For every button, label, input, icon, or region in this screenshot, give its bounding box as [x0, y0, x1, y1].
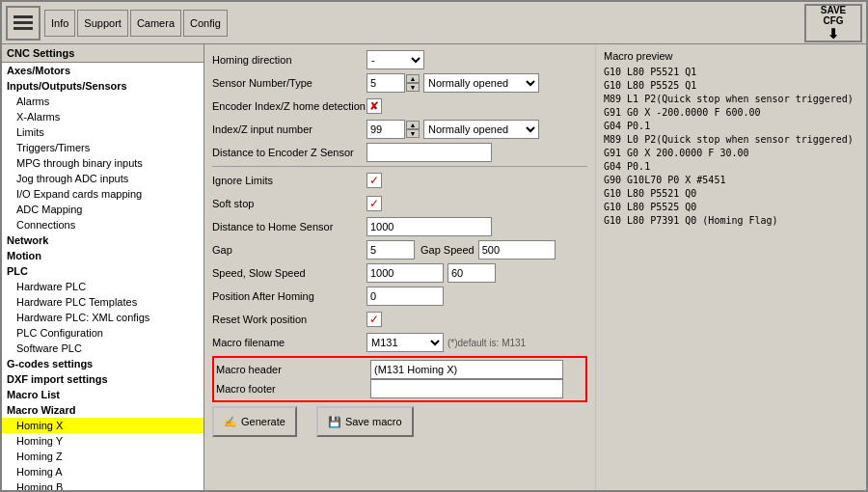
gap-input[interactable] — [366, 240, 415, 260]
macro-header-input[interactable] — [370, 360, 563, 379]
sidebar-item-plc[interactable]: PLC — [2, 263, 203, 279]
sidebar-item-homing-b[interactable]: Homing B — [2, 479, 203, 490]
sidebar-item-homing-y[interactable]: Homing Y — [2, 433, 203, 449]
ignore-limits-row: Ignore Limits ✓ — [212, 171, 587, 190]
sensor-number-input[interactable] — [366, 73, 405, 93]
soft-stop-label: Soft stop — [212, 198, 366, 209]
distance-home-row: Distance to Home Sensor — [212, 217, 587, 236]
macro-filename-label: Macro filename — [212, 337, 366, 348]
macro-footer-input[interactable] — [370, 379, 563, 398]
sidebar-item-motion[interactable]: Motion — [2, 248, 203, 263]
position-homing-label: Position After Homing — [212, 290, 366, 302]
sidebar-item-hardware-plc-xml[interactable]: Hardware PLC: XML configs — [2, 310, 203, 325]
generate-button[interactable]: ✍ Generate — [212, 406, 297, 437]
homing-direction-select[interactable]: - — [366, 50, 424, 69]
macro-filename-select[interactable]: M131 — [366, 333, 444, 352]
info-menu-btn[interactable]: Info — [44, 10, 75, 37]
sidebar-item-software-plc[interactable]: Software PLC — [2, 341, 203, 356]
sidebar-title: CNC Settings — [2, 44, 203, 63]
macro-preview-panel: Macro preview G10 L80 P5521 Q1G10 L80 P5… — [596, 44, 866, 490]
sidebar-item-homing-a[interactable]: Homing A — [2, 464, 203, 479]
sidebar-item-mpg[interactable]: MPG through binary inputs — [2, 155, 203, 171]
soft-stop-row: Soft stop ✓ — [212, 194, 587, 213]
config-menu-btn[interactable]: Config — [183, 10, 228, 37]
sidebar-item-alarms[interactable]: Alarms — [2, 94, 203, 109]
sidebar-item-limits[interactable]: Limits — [2, 124, 203, 140]
index-spin: ▲ ▼ — [366, 120, 420, 139]
index-input-label: Index/Z input number — [212, 123, 366, 135]
sidebar-item-x-alarms[interactable]: X-Alarms — [2, 109, 203, 124]
save-macro-button[interactable]: 💾 Save macro — [316, 406, 414, 437]
menu-button[interactable] — [6, 6, 41, 41]
gap-row: Gap Gap Speed — [212, 240, 587, 260]
sidebar: CNC Settings Axes/Motors Inputs/Outputs/… — [2, 44, 204, 490]
macro-header-row: Macro header — [216, 360, 583, 379]
index-type-select[interactable]: Normally opened Normally closed — [423, 120, 539, 139]
sidebar-item-inputs-outputs[interactable]: Inputs/Outputs/Sensors — [2, 78, 203, 94]
distance-encoder-label: Distance to Encoder Z Sensor — [212, 147, 366, 158]
sidebar-item-homing-z[interactable]: Homing Z — [2, 449, 203, 464]
position-homing-input[interactable] — [366, 287, 444, 306]
index-spin-down[interactable]: ▼ — [406, 129, 420, 138]
sidebar-item-jog[interactable]: Jog through ADC inputs — [2, 171, 203, 186]
soft-stop-checkbox[interactable]: ✓ — [366, 196, 382, 211]
save-macro-icon: 💾 — [328, 416, 341, 428]
camera-menu-btn[interactable]: Camera — [130, 10, 181, 37]
divider1 — [212, 166, 587, 167]
sidebar-item-adc-mapping[interactable]: ADC Mapping — [2, 202, 203, 217]
index-spin-up[interactable]: ▲ — [406, 121, 420, 129]
main-content: CNC Settings Axes/Motors Inputs/Outputs/… — [2, 44, 866, 490]
sidebar-item-hardware-plc[interactable]: Hardware PLC — [2, 279, 203, 294]
sensor-spin-btns: ▲ ▼ — [406, 74, 420, 92]
encoder-index-checkbox[interactable]: ✘ — [366, 98, 382, 114]
reset-work-label: Reset Work position — [212, 314, 366, 325]
sensor-number-label: Sensor Number/Type — [212, 77, 366, 89]
encoder-index-label: Encoder Index/Z home detection — [212, 100, 366, 112]
position-homing-row: Position After Homing — [212, 287, 587, 306]
sidebar-item-triggers[interactable]: Triggers/Timers — [2, 140, 203, 155]
ignore-limits-label: Ignore Limits — [212, 175, 366, 186]
reset-work-checkbox[interactable]: ✓ — [366, 312, 382, 327]
sidebar-item-axes-motors[interactable]: Axes/Motors — [2, 63, 203, 78]
macro-preview-title: Macro preview — [604, 50, 858, 62]
index-spin-btns: ▲ ▼ — [406, 121, 420, 138]
save-cfg-button[interactable]: SAVE CFG ⬇ — [804, 4, 862, 42]
action-buttons-row: ✍ Generate 💾 Save macro — [212, 406, 587, 437]
sidebar-item-hardware-plc-templates[interactable]: Hardware PLC Templates — [2, 294, 203, 310]
toolbar-menu: Info Support Camera Config — [44, 10, 228, 37]
sidebar-item-connections[interactable]: Connections — [2, 217, 203, 232]
sidebar-item-macro-wizard[interactable]: Macro Wizard — [2, 402, 203, 418]
toolbar-left: Info Support Camera Config — [6, 6, 228, 41]
toolbar: Info Support Camera Config SAVE CFG ⬇ — [2, 2, 866, 44]
sidebar-item-network[interactable]: Network — [2, 232, 203, 248]
sidebar-item-macro-list[interactable]: Macro List — [2, 387, 203, 402]
reset-work-row: Reset Work position ✓ — [212, 310, 587, 329]
sidebar-item-dxf[interactable]: DXF import settings — [2, 371, 203, 387]
gap-speed-input[interactable] — [478, 240, 556, 260]
ignore-limits-checkbox[interactable]: ✓ — [366, 173, 382, 188]
sidebar-item-gcodes[interactable]: G-codes settings — [2, 356, 203, 371]
sensor-spin-down[interactable]: ▼ — [406, 83, 420, 92]
macro-filename-row: Macro filename M131 (*)default is: M131 — [212, 333, 587, 352]
macro-header-highlighted: Macro header Macro footer — [212, 356, 587, 402]
sidebar-item-homing-x[interactable]: Homing X — [2, 418, 203, 433]
speed-label: Speed, Slow Speed — [212, 267, 366, 279]
sensor-number-row: Sensor Number/Type ▲ ▼ Normally opened N… — [212, 73, 587, 93]
distance-encoder-input[interactable] — [366, 143, 492, 162]
slow-speed-input[interactable] — [448, 263, 496, 283]
generate-icon: ✍ — [224, 416, 237, 428]
macro-default-text: (*)default is: M131 — [448, 338, 526, 348]
form-area: Homing direction - Sensor Number/Type ▲ — [204, 44, 866, 490]
sidebar-item-plc-configuration[interactable]: PLC Configuration — [2, 325, 203, 341]
support-menu-btn[interactable]: Support — [77, 10, 128, 37]
save-macro-label: Save macro — [345, 416, 402, 427]
index-number-input[interactable] — [366, 120, 405, 139]
distance-home-label: Distance to Home Sensor — [212, 221, 366, 232]
sensor-spin-up[interactable]: ▲ — [406, 74, 420, 83]
distance-home-input[interactable] — [366, 217, 492, 236]
sensor-type-select[interactable]: Normally opened Normally closed — [423, 73, 539, 93]
sidebar-item-io-expand[interactable]: I/O Expand cards mapping — [2, 186, 203, 202]
gap-label: Gap — [212, 244, 366, 256]
speed-input[interactable] — [366, 263, 444, 283]
macro-footer-row: Macro footer — [216, 379, 583, 398]
